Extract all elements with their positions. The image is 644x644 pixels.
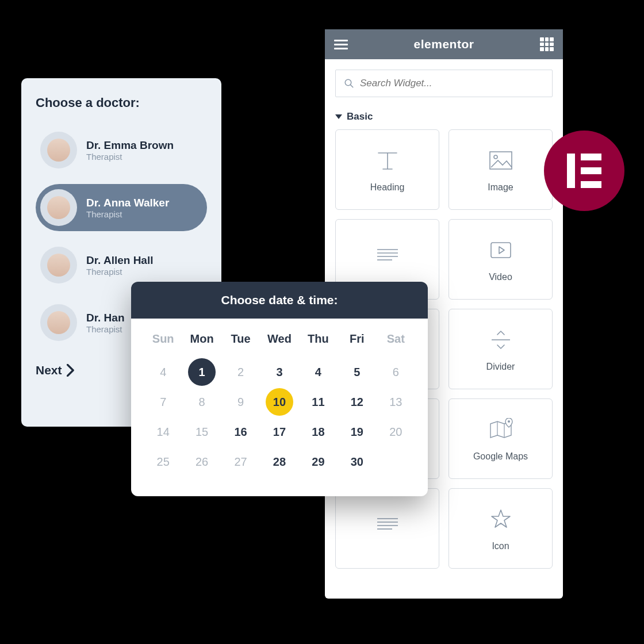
dow-label: Sat [377, 332, 415, 346]
doctor-panel-title: Choose a doctor: [36, 95, 207, 110]
section-toggle-basic[interactable]: Basic [325, 97, 563, 129]
widget-card[interactable]: Video [448, 219, 553, 300]
calendar-day[interactable]: 4 [304, 358, 332, 386]
search-row [325, 59, 563, 97]
svg-point-3 [494, 155, 497, 159]
calendar-dow-row: SunMonTueWedThuFriSat [144, 332, 415, 346]
calendar-day[interactable]: 14 [150, 418, 177, 446]
widget-icon [488, 326, 513, 354]
calendar-day[interactable]: 25 [150, 448, 177, 476]
calendar-day[interactable]: 13 [382, 388, 409, 416]
calendar-day[interactable]: 6 [382, 358, 409, 386]
calendar-day[interactable]: 8 [188, 388, 216, 416]
widget-icon [488, 236, 513, 264]
widget-card[interactable]: Image [448, 129, 553, 210]
widget-card[interactable] [335, 488, 439, 569]
elementor-logo-icon [567, 154, 601, 188]
widget-card[interactable]: Divider [448, 309, 553, 389]
doctor-name: Dr. Han [86, 312, 125, 324]
widget-icon [489, 505, 512, 533]
calendar-day[interactable]: 29 [304, 448, 332, 476]
calendar-day[interactable]: 12 [343, 388, 371, 416]
doctor-role: Therapist [86, 267, 154, 277]
calendar-day[interactable]: 10 [266, 388, 293, 416]
chevron-right-icon [67, 364, 75, 377]
widget-label: Icon [492, 541, 509, 551]
doctor-name: Dr. Allen Hall [86, 254, 154, 267]
calendar-day[interactable]: 11 [304, 388, 332, 416]
widget-icon [375, 241, 400, 269]
elementor-brand: elementor [414, 37, 474, 51]
doctor-role: Therapist [86, 152, 174, 162]
calendar-day[interactable]: 28 [266, 448, 293, 476]
doctor-name: Dr. Emma Brown [86, 139, 174, 152]
calendar-day[interactable]: 20 [382, 418, 409, 446]
dow-label: Fri [338, 332, 376, 346]
widget-icon [488, 147, 513, 174]
svg-point-20 [508, 420, 510, 423]
calendar-day[interactable]: 1 [188, 358, 216, 386]
widget-card[interactable]: Heading [335, 129, 439, 210]
widget-icon [488, 416, 513, 443]
hamburger-icon[interactable] [334, 37, 348, 51]
calendar-day[interactable]: 26 [188, 448, 216, 476]
elementor-logo-badge[interactable] [544, 131, 624, 211]
calendar-day[interactable]: 18 [304, 418, 332, 446]
doctor-info: Dr. Han Therapist [86, 312, 125, 334]
dow-label: Thu [299, 332, 338, 346]
widget-icon [375, 511, 400, 538]
next-label: Next [36, 363, 62, 377]
doctor-info: Dr. Allen Hall Therapist [86, 254, 154, 277]
calendar-day[interactable]: 19 [343, 418, 371, 446]
calendar-day[interactable]: 17 [266, 418, 293, 446]
svg-rect-8 [491, 243, 511, 258]
widget-label: Video [489, 272, 512, 282]
calendar-day[interactable]: 5 [343, 358, 371, 386]
calendar-title: Choose date & time: [131, 282, 428, 319]
avatar [40, 132, 77, 168]
calendar-dates: 4123456789101112131415161718192025262728… [144, 357, 415, 477]
doctor-info: Dr. Emma Brown Therapist [86, 139, 174, 162]
calendar-day[interactable]: 2 [227, 358, 255, 386]
avatar [40, 189, 77, 226]
section-label: Basic [347, 111, 373, 122]
widget-label: Google Maps [473, 451, 528, 462]
calendar-day[interactable]: 7 [150, 388, 177, 416]
dow-label: Mon [182, 332, 221, 346]
elementor-header: elementor [325, 29, 563, 59]
widget-card[interactable]: Google Maps [448, 398, 553, 479]
avatar [40, 304, 77, 341]
widget-card[interactable]: Icon [448, 488, 553, 569]
search-box[interactable] [335, 70, 553, 97]
calendar-day[interactable]: 9 [227, 388, 255, 416]
widget-label: Heading [370, 182, 405, 193]
svg-rect-2 [490, 152, 512, 169]
search-input[interactable] [360, 78, 544, 89]
apps-grid-icon[interactable] [540, 37, 554, 51]
calendar-panel: Choose date & time: SunMonTueWedThuFriSa… [131, 282, 428, 496]
caret-down-icon [335, 114, 342, 119]
widget-icon [375, 147, 400, 174]
calendar-day[interactable]: 27 [227, 448, 255, 476]
calendar-day[interactable]: 16 [227, 418, 255, 446]
dow-label: Tue [221, 332, 260, 346]
dow-label: Sun [144, 332, 182, 346]
calendar-day[interactable]: 15 [188, 418, 216, 446]
widget-label: Divider [486, 362, 515, 372]
doctor-role: Therapist [86, 209, 169, 219]
doctor-info: Dr. Anna Walker Therapist [86, 197, 169, 219]
doctor-role: Therapist [86, 324, 125, 334]
doctor-item[interactable]: Dr. Emma Brown Therapist [36, 126, 207, 174]
widget-label: Image [488, 182, 513, 193]
calendar-day[interactable]: 30 [343, 448, 371, 476]
svg-line-1 [350, 85, 353, 87]
avatar [40, 247, 77, 283]
doctor-item[interactable]: Dr. Anna Walker Therapist [36, 184, 207, 231]
calendar-day[interactable]: 4 [150, 358, 177, 386]
calendar-day[interactable]: 3 [266, 358, 293, 386]
search-icon [344, 78, 354, 89]
doctor-name: Dr. Anna Walker [86, 197, 169, 209]
dow-label: Wed [260, 332, 298, 346]
